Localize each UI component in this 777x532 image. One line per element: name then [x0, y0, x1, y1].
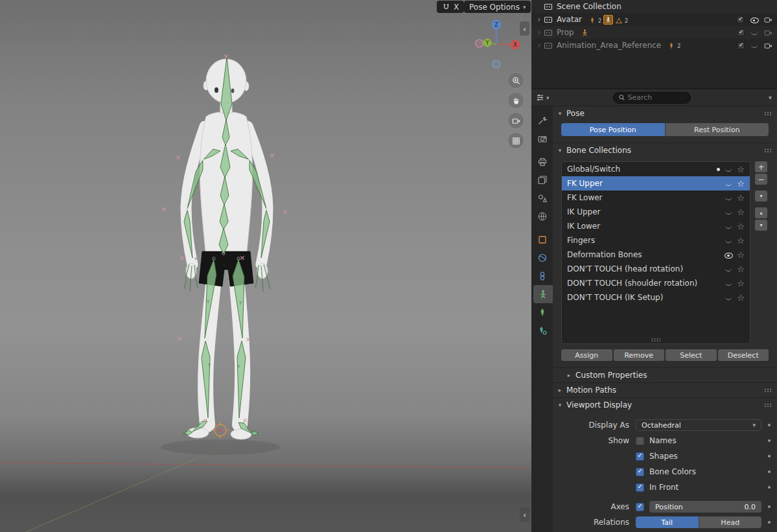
- collection-visibility-icon[interactable]: [725, 266, 732, 272]
- tab-tool[interactable]: [531, 111, 553, 130]
- move-view-button[interactable]: [508, 93, 524, 108]
- visibility-eye-icon[interactable]: [750, 43, 758, 49]
- collection-visibility-icon[interactable]: [725, 281, 732, 286]
- collection-visibility-icon[interactable]: [725, 181, 732, 187]
- header-menu-caret[interactable]: ▾: [769, 94, 772, 101]
- assign-button[interactable]: Assign: [561, 349, 612, 361]
- exclude-checkbox[interactable]: [737, 29, 745, 36]
- star-icon[interactable]: [737, 179, 745, 189]
- outliner-row-avatar[interactable]: › Avatar 2: [531, 13, 777, 26]
- sidebar-toggle-bottom[interactable]: ‹: [520, 507, 529, 522]
- collection-visibility-icon[interactable]: [725, 295, 732, 301]
- camera-view-button[interactable]: [508, 113, 524, 128]
- animate-property-dot[interactable]: [768, 470, 771, 473]
- add-collection-button[interactable]: +: [755, 161, 767, 172]
- properties-search[interactable]: [613, 92, 691, 104]
- outliner-row-animation-area-reference[interactable]: › Animation_Area_Reference 2: [531, 39, 777, 52]
- tab-physics[interactable]: [531, 249, 553, 267]
- axes-position-slider[interactable]: Position 0.0: [649, 501, 761, 513]
- collection-visibility-icon[interactable]: [725, 224, 732, 229]
- solo-dot-indicator[interactable]: [717, 168, 720, 171]
- bone-collection-row-deformation-bones[interactable]: Deformation Bones: [562, 248, 750, 262]
- tab-world[interactable]: [531, 207, 553, 226]
- bone-collection-row-global-switch[interactable]: Global/Switch: [562, 162, 750, 176]
- star-icon[interactable]: [737, 293, 745, 303]
- outliner-row-scene-collection[interactable]: Scene Collection: [531, 0, 777, 13]
- exclude-checkbox[interactable]: [737, 16, 744, 23]
- animate-property-dot[interactable]: [768, 439, 771, 442]
- pose-options-dropdown[interactable]: Pose Options ▾: [464, 1, 531, 13]
- star-icon[interactable]: [737, 222, 745, 231]
- star-icon[interactable]: [737, 236, 745, 246]
- collection-visibility-icon[interactable]: [725, 238, 732, 244]
- editor-type-button[interactable]: ▾: [535, 93, 550, 102]
- animate-property-dot[interactable]: [768, 486, 771, 489]
- bone-collection-row-fk-lower[interactable]: FK Lower: [562, 191, 750, 205]
- star-icon[interactable]: [737, 264, 745, 274]
- shapes-checkbox[interactable]: [636, 452, 644, 461]
- bone-collection-row-ik-lower[interactable]: IK Lower: [562, 219, 750, 233]
- tab-constraints[interactable]: [531, 267, 553, 285]
- in-front-checkbox[interactable]: [636, 483, 644, 492]
- outliner-row-prop[interactable]: › Prop: [531, 26, 777, 39]
- relations-tail-button[interactable]: Tail: [636, 516, 699, 528]
- panel-grip[interactable]: [764, 148, 772, 153]
- animate-property-dot[interactable]: [768, 505, 771, 508]
- move-up-button[interactable]: ▴: [755, 207, 767, 218]
- collection-visibility-icon[interactable]: [725, 195, 732, 201]
- star-icon[interactable]: [737, 193, 745, 203]
- gizmo-neg-x-ball[interactable]: [476, 40, 483, 47]
- names-checkbox[interactable]: [636, 437, 644, 445]
- list-resize-grip[interactable]: [651, 338, 661, 341]
- navigation-gizmo[interactable]: Z X Y: [475, 18, 524, 73]
- tab-render[interactable]: [531, 130, 553, 148]
- animate-property-dot[interactable]: [768, 455, 771, 457]
- visibility-eye-icon[interactable]: [750, 16, 758, 24]
- render-visibility-icon[interactable]: [764, 16, 772, 23]
- star-icon[interactable]: [737, 165, 745, 174]
- star-icon[interactable]: [737, 250, 745, 260]
- armature-overlay[interactable]: [183, 57, 270, 435]
- visibility-eye-icon[interactable]: [750, 30, 758, 36]
- bone-collection-row-dont-touch-shoulder[interactable]: DON'T TOUCH (shoulder rotation): [562, 276, 750, 290]
- relations-head-button[interactable]: Head: [699, 516, 762, 528]
- render-visibility-icon[interactable]: [764, 42, 772, 49]
- tab-object[interactable]: [531, 231, 553, 249]
- tab-bone[interactable]: [531, 303, 553, 321]
- collection-visibility-icon[interactable]: [725, 167, 732, 172]
- render-visibility-icon[interactable]: [764, 29, 772, 36]
- snap-controls[interactable]: X: [437, 1, 464, 13]
- collection-visibility-icon[interactable]: [725, 209, 732, 215]
- exclude-checkbox[interactable]: [737, 42, 745, 49]
- bone-collection-row-fk-upper[interactable]: FK Upper: [562, 176, 750, 191]
- expand-toggle[interactable]: ›: [535, 28, 543, 37]
- rest-position-button[interactable]: Rest Position: [665, 123, 769, 136]
- pose-panel-header[interactable]: ▾ Pose: [553, 106, 777, 121]
- search-input[interactable]: [628, 93, 681, 102]
- bone-colors-checkbox[interactable]: [636, 468, 644, 476]
- animate-property-dot[interactable]: [768, 424, 771, 426]
- remove-button[interactable]: Remove: [614, 349, 665, 361]
- star-icon[interactable]: [737, 207, 745, 217]
- tab-scene[interactable]: [531, 189, 553, 207]
- collection-visibility-icon[interactable]: [724, 251, 732, 259]
- motion-paths-header[interactable]: ▸ Motion Paths: [553, 383, 777, 397]
- select-button[interactable]: Select: [666, 349, 717, 361]
- panel-grip[interactable]: [764, 111, 772, 116]
- display-as-dropdown[interactable]: Octahedral ▾: [636, 419, 761, 431]
- tab-view-layer[interactable]: [531, 171, 553, 189]
- tab-output[interactable]: [531, 153, 553, 171]
- specials-menu-button[interactable]: ▾: [755, 191, 767, 202]
- remove-collection-button[interactable]: −: [755, 174, 767, 185]
- pose-position-button[interactable]: Pose Position: [561, 123, 665, 136]
- sidebar-toggle-top[interactable]: ‹: [520, 21, 529, 36]
- star-icon[interactable]: [737, 279, 745, 288]
- tab-bone-constraints[interactable]: [531, 321, 553, 340]
- expand-toggle[interactable]: ›: [535, 15, 543, 24]
- axes-checkbox[interactable]: [636, 503, 644, 511]
- deselect-button[interactable]: Deselect: [718, 349, 769, 361]
- perspective-toggle-button[interactable]: [508, 133, 524, 148]
- viewport-display-header[interactable]: ▾ Viewport Display: [553, 398, 777, 412]
- gizmo-neg-z-ball[interactable]: [493, 60, 500, 68]
- bone-collection-row-dont-touch-head[interactable]: DON'T TOUCH (head rotation): [562, 262, 750, 276]
